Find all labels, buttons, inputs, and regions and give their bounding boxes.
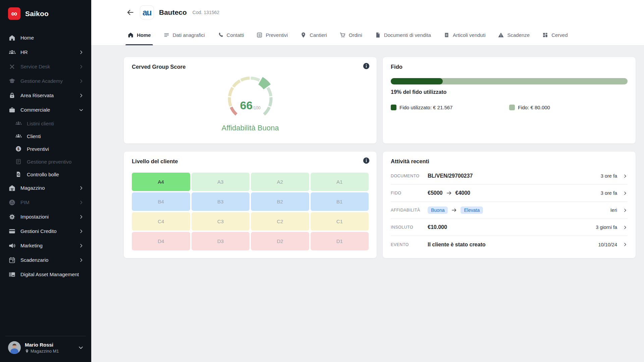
user-name: Mario Rossi bbox=[25, 342, 74, 348]
chevron-right-icon bbox=[78, 200, 84, 205]
gauge-segment bbox=[230, 88, 233, 96]
activity-row-documento[interactable]: DOCUMENTOBL/VEN/297002373 ore fa bbox=[391, 168, 628, 185]
sidebar-item-marketing[interactable]: Marketing bbox=[0, 238, 91, 253]
legend-label: Fido utilizzato: € 21.567 bbox=[399, 105, 452, 110]
sidebar-item-preventivi[interactable]: $Preventivi bbox=[0, 142, 91, 155]
sidebar-item-digital-asset-management[interactable]: Digital Asset Management bbox=[0, 267, 91, 282]
tools-icon bbox=[8, 63, 16, 70]
level-cell-d4[interactable]: D4 bbox=[132, 232, 190, 250]
level-cell-c2[interactable]: C2 bbox=[251, 212, 309, 231]
tab-cerved[interactable]: Cerved bbox=[542, 25, 568, 45]
level-cell-d1[interactable]: D1 bbox=[311, 232, 369, 250]
level-cell-c1[interactable]: C1 bbox=[311, 212, 369, 231]
tab-dati-anagrafici[interactable]: Dati anagrafici bbox=[163, 25, 205, 45]
sidebar-item-label: Marketing bbox=[20, 243, 78, 248]
level-cell-a3[interactable]: A3 bbox=[192, 173, 250, 191]
list-box-icon bbox=[256, 32, 263, 38]
chevron-right-icon[interactable] bbox=[623, 174, 628, 179]
sidebar-item-hr[interactable]: HR bbox=[0, 45, 91, 59]
sidebar-item-commerciale[interactable]: Commerciale bbox=[0, 103, 91, 117]
sidebar-item-gestione-preventivo[interactable]: Gestione preventivo bbox=[0, 155, 91, 168]
activity-label: INSOLUTO bbox=[391, 225, 428, 230]
card-title-fido: Fido bbox=[391, 64, 628, 70]
tab-contatti[interactable]: Contatti bbox=[217, 25, 244, 45]
chevron-right-icon bbox=[78, 64, 84, 69]
activity-time: 3 ore fa bbox=[601, 173, 617, 179]
level-cell-b4[interactable]: B4 bbox=[132, 192, 190, 211]
level-cell-d2[interactable]: D2 bbox=[251, 232, 309, 250]
sidebar-item-controllo-bolle[interactable]: Controllo bolle bbox=[0, 168, 91, 181]
sidebar-item-gestione-academy[interactable]: Gestione Academy bbox=[0, 74, 91, 88]
activity-row-evento[interactable]: EVENTOIl cliente è stato creato10/10/24 bbox=[391, 236, 628, 253]
level-cell-c3[interactable]: C3 bbox=[192, 212, 250, 231]
level-cell-a1[interactable]: A1 bbox=[311, 173, 369, 191]
level-cell-a2[interactable]: A2 bbox=[251, 173, 309, 191]
gauge-segment-active bbox=[261, 81, 267, 87]
info-icon[interactable] bbox=[363, 157, 370, 164]
tab-preventivi[interactable]: Preventivi bbox=[256, 25, 288, 45]
dollar-circle-icon: $ bbox=[15, 145, 22, 152]
chevron-right-icon bbox=[78, 93, 84, 98]
chevron-right-icon[interactable] bbox=[623, 225, 628, 230]
tab-label: Dati anagrafici bbox=[173, 32, 205, 38]
chevron-right-icon bbox=[78, 243, 84, 248]
sidebar-item-label: Gestione Academy bbox=[20, 78, 78, 84]
sidebar-item-magazzino[interactable]: Magazzino bbox=[0, 181, 91, 195]
gauge-value: 66/100 bbox=[213, 99, 287, 112]
legend-label: Fido: € 80.000 bbox=[518, 105, 550, 110]
sidebar-item-listini-clienti[interactable]: Listini clienti bbox=[0, 117, 91, 130]
activity-time: Ieri bbox=[610, 207, 617, 213]
level-cell-a4[interactable]: A4 bbox=[132, 173, 190, 191]
sidebar-item-service-desk[interactable]: Service Desk bbox=[0, 59, 91, 74]
activity-label: AFFIDABILITÀ bbox=[391, 208, 428, 213]
sidebar-item-label: HR bbox=[20, 49, 78, 55]
activity-row-fido[interactable]: FIDO€5000€40003 ore fa bbox=[391, 185, 628, 202]
tab-cantieri[interactable]: Cantieri bbox=[300, 25, 327, 45]
level-cell-b2[interactable]: B2 bbox=[251, 192, 309, 211]
saikoo-logo-icon: ∞ bbox=[8, 7, 20, 20]
chevron-right-icon[interactable] bbox=[623, 208, 628, 213]
client-code: Cod. 131562 bbox=[193, 10, 219, 15]
fido-legend: Fido utilizzato: € 21.567Fido: € 80.000 bbox=[391, 105, 628, 110]
sidebar-item-clienti[interactable]: Clienti bbox=[0, 130, 91, 142]
tab-label: Contatti bbox=[227, 32, 244, 38]
level-cell-d3[interactable]: D3 bbox=[192, 232, 250, 250]
sidebar-item-home[interactable]: Home bbox=[0, 31, 91, 45]
sidebar-item-gestioni-credito[interactable]: Gestioni Credito bbox=[0, 224, 91, 238]
tab-label: Articoli venduti bbox=[453, 32, 486, 38]
tab-documenti-di-vendita[interactable]: Documenti di vendita bbox=[375, 25, 431, 45]
sidebar-item-label: Listini clienti bbox=[27, 121, 84, 126]
sidebar-item-impostazioni[interactable]: Impostazioni bbox=[0, 209, 91, 224]
chevron-right-icon bbox=[78, 229, 84, 234]
tab-scadenze[interactable]: Scadenze bbox=[498, 25, 530, 45]
gauge-segment bbox=[233, 81, 240, 87]
activity-time: 3 ore fa bbox=[601, 190, 617, 196]
chevron-right-icon[interactable] bbox=[623, 191, 628, 196]
activity-row-insoluto[interactable]: INSOLUTO€10.0003 giorni fa bbox=[391, 219, 628, 236]
activity-value: €10.000 bbox=[428, 224, 596, 230]
gauge-arc bbox=[213, 71, 287, 121]
sidebar-item-label: Preventivi bbox=[27, 146, 84, 152]
chevron-right-icon bbox=[78, 50, 84, 55]
card-title-level: Livello del cliente bbox=[132, 158, 369, 165]
tab-home[interactable]: Home bbox=[127, 25, 151, 45]
chevron-down-icon[interactable] bbox=[78, 345, 84, 351]
tab-ordini[interactable]: Ordini bbox=[339, 25, 362, 45]
score-max: /100 bbox=[253, 106, 260, 110]
level-cell-b1[interactable]: B1 bbox=[311, 192, 369, 211]
activity-card: Attività recenti DOCUMENTOBL/VEN/2970023… bbox=[382, 151, 636, 258]
tab-articoli-venduti[interactable]: Articoli venduti bbox=[443, 25, 486, 45]
level-cell-b3[interactable]: B3 bbox=[192, 192, 250, 211]
info-icon[interactable] bbox=[363, 62, 370, 70]
lines-icon bbox=[163, 32, 170, 38]
sidebar-item-area-riservata[interactable]: Area Riservata bbox=[0, 88, 91, 103]
user-menu[interactable]: Mario Rossi Magazzino M1 bbox=[5, 336, 86, 362]
sidebar-item-pim[interactable]: PIM bbox=[0, 195, 91, 209]
chevron-right-icon[interactable] bbox=[623, 242, 628, 247]
sidebar-item-scadenzario[interactable]: Scadenzario bbox=[0, 253, 91, 267]
back-button[interactable] bbox=[125, 8, 135, 17]
level-cell-c4[interactable]: C4 bbox=[132, 212, 190, 231]
brand-glyph: ∞ bbox=[11, 9, 17, 18]
score-value: 66 bbox=[240, 99, 253, 112]
activity-row-affidabilit[interactable]: AFFIDABILITÀBuonaElevataIeri bbox=[391, 202, 628, 219]
